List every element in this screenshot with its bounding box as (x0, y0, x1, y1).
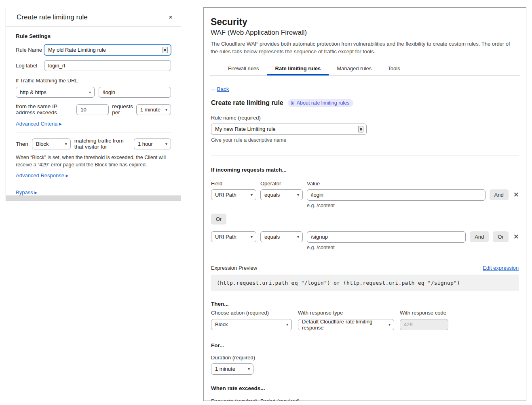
triangle-right-icon: ▶ (66, 174, 69, 178)
chevron-down-icon: ▾ (248, 367, 250, 371)
log-label-row: Log label (16, 60, 171, 71)
left-arrow-icon: ← (211, 86, 217, 92)
duration-select[interactable]: 1 minute ▾ (211, 363, 253, 375)
value-input[interactable] (307, 231, 466, 243)
traffic-match-heading: If Traffic Matching the URL (16, 78, 171, 84)
or-button[interactable]: Or (211, 214, 226, 225)
value-helper: e.g. /content (307, 203, 520, 208)
chevron-down-icon: ▾ (65, 142, 67, 146)
operator-select[interactable]: equals ▾ (260, 231, 303, 242)
action-select[interactable]: Block ▾ (211, 319, 292, 330)
match-heading: If incoming requests match... (211, 167, 520, 173)
chevron-down-icon: ▾ (165, 142, 167, 146)
action-select[interactable]: Block ▾ (32, 138, 71, 149)
advanced-response-link[interactable]: Advanced Response ▶ (16, 172, 171, 178)
requests-label: Requests (required) (211, 398, 260, 401)
triangle-right-icon: ▶ (34, 191, 37, 195)
rule-name-label: Rule Name (16, 47, 44, 53)
response-type-label: With response type (298, 310, 400, 316)
edit-expression-link[interactable]: Edit expression (483, 265, 519, 271)
rule-name-helper: Give your rule a descriptive name (211, 137, 520, 143)
chevron-down-icon: ▾ (251, 235, 253, 239)
then-row: Then Block ▾ matching traffic from that … (16, 138, 171, 150)
operator-column-label: Operator (260, 180, 307, 187)
choose-action-label: Choose action (required) (211, 310, 298, 316)
about-rate-limiting-badge[interactable]: About rate limiting rules (288, 99, 354, 107)
duration-label: Duration (required) (211, 355, 520, 361)
log-label-input[interactable] (44, 60, 171, 71)
close-icon[interactable]: × (168, 13, 173, 21)
dialog-footer: Cancel Save as Draft (6, 195, 181, 201)
chevron-down-icon: ▾ (297, 193, 299, 197)
rule-name-input[interactable] (44, 44, 171, 55)
chevron-down-icon: ▾ (297, 235, 299, 239)
scheme-select-value: http & https (20, 89, 46, 95)
tab-firewall-rules[interactable]: Firewall rules (220, 62, 267, 75)
dialog-header: Create rate limiting rule × (6, 7, 181, 27)
or-button[interactable]: Or (493, 231, 508, 242)
threshold-suffix-text: requests per (112, 103, 133, 115)
block-note: When “Block” is set, when the threshold … (16, 154, 171, 168)
create-rate-limit-dialog: Create rate limiting rule × Rule Setting… (6, 7, 181, 201)
response-code-label: With response code (400, 310, 452, 316)
scheme-select[interactable]: http & https ▾ (16, 87, 95, 98)
and-button[interactable]: And (470, 231, 489, 242)
divider (16, 184, 171, 184)
bypass-link[interactable]: Bypass ▶ (16, 189, 171, 195)
rule-name-input[interactable] (211, 124, 367, 135)
chevron-down-icon: ▾ (89, 90, 91, 94)
then-suffix-text: matching traffic from that visitor for (74, 138, 130, 150)
for-heading: For... (211, 342, 520, 348)
period-select-value: 1 minute (140, 107, 160, 113)
rule-name-row: Rule Name (16, 44, 171, 55)
then-label: Then (16, 141, 28, 147)
response-type-select[interactable]: Default Cloudflare rate limiting respons… (298, 319, 394, 330)
remove-condition-icon[interactable]: ✕ (513, 191, 520, 199)
triangle-right-icon: ▶ (59, 122, 62, 126)
url-match-row: http & https ▾ (16, 87, 171, 98)
tab-rate-limiting-rules[interactable]: Rate limiting rules (267, 62, 329, 75)
chevron-down-icon: ▾ (388, 322, 391, 327)
page-description: The Cloudflare WAF provides both automat… (211, 40, 519, 56)
dialog-body: Rule Settings Rule Name Log label If Tra… (6, 27, 181, 195)
security-waf-panel: Security WAF (Web Application Firewall) … (203, 7, 526, 401)
url-input[interactable] (99, 87, 171, 98)
value-helper: e.g. /content (307, 245, 520, 250)
tab-managed-rules[interactable]: Managed rules (329, 62, 380, 75)
block-duration-select[interactable]: 1 hour ▾ (134, 138, 171, 149)
waf-tabs: Firewall rules Rate limiting rules Manag… (210, 62, 520, 76)
field-column-label: Field (211, 180, 260, 187)
tab-tools[interactable]: Tools (380, 62, 408, 75)
rule-name-label: Rule name (required) (211, 115, 520, 121)
document-icon (291, 101, 294, 105)
value-input[interactable] (307, 189, 486, 201)
remove-condition-icon[interactable]: ✕ (513, 233, 520, 241)
match-row: URI Path ▾ equals ▾ And ✕ (211, 189, 520, 201)
dialog-title: Create rate limiting rule (17, 13, 88, 21)
threshold-prefix-text: from the same IP address exceeds (16, 103, 73, 115)
field-select[interactable]: URI Path ▾ (211, 189, 256, 200)
threshold-row: from the same IP address exceeds request… (16, 103, 171, 115)
operator-select[interactable]: equals ▾ (260, 189, 303, 200)
requests-input[interactable] (76, 104, 109, 115)
expression-preview-label: Expression Preview (211, 265, 257, 271)
autofill-icon (358, 126, 363, 132)
block-duration-value: 1 hour (138, 141, 153, 147)
response-code-input (400, 319, 448, 330)
form-title: Create rate limiting rule (211, 99, 283, 107)
and-button[interactable]: And (490, 189, 509, 200)
advanced-criteria-link[interactable]: Advanced Criteria ▶ (16, 121, 171, 127)
field-select[interactable]: URI Path ▾ (211, 231, 256, 242)
expression-code: (http.request.uri.path eq "/login") or (… (211, 275, 519, 291)
chevron-down-icon: ▾ (251, 193, 253, 197)
divider (211, 155, 519, 155)
action-select-value: Block (36, 141, 49, 147)
back-link[interactable]: ←Back (211, 86, 520, 92)
log-label-label: Log label (16, 63, 44, 69)
autofill-icon (163, 47, 168, 53)
then-heading: Then... (211, 301, 520, 307)
value-column-label: Value (307, 180, 320, 187)
page-title: Security (211, 17, 520, 27)
rule-settings-heading: Rule Settings (16, 33, 171, 39)
period-select[interactable]: 1 minute ▾ (136, 104, 171, 115)
